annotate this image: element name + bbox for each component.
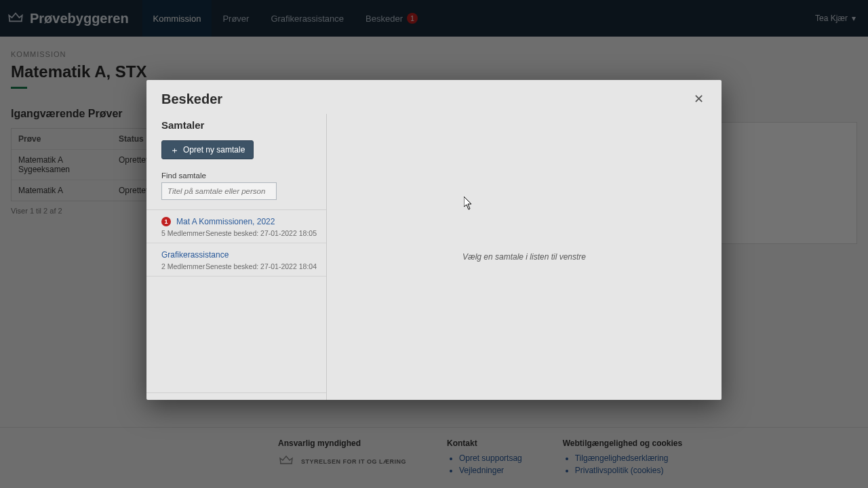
conversation-sidebar: Samtaler ＋ Opret ny samtale Find samtale… bbox=[146, 114, 327, 400]
button-label: Opret ny samtale bbox=[183, 145, 245, 155]
divider bbox=[146, 392, 326, 393]
modal-overlay[interactable]: Beskeder ✕ Samtaler ＋ Opret ny samtale F… bbox=[0, 0, 868, 488]
conversation-item[interactable]: Grafikerassistance 2 Medlemmer Seneste b… bbox=[146, 243, 326, 277]
conversation-main: Vælg en samtale i listen til venstre bbox=[327, 114, 722, 400]
find-label: Find samtale bbox=[161, 171, 317, 180]
beskeder-modal: Beskeder ✕ Samtaler ＋ Opret ny samtale F… bbox=[146, 80, 722, 400]
unread-badge: 1 bbox=[161, 217, 171, 226]
plus-icon: ＋ bbox=[170, 146, 179, 155]
conversation-title: Grafikerassistance bbox=[161, 250, 229, 260]
conversation-members: 5 Medlemmer bbox=[161, 229, 205, 237]
conversation-members: 2 Medlemmer bbox=[161, 262, 205, 270]
conversation-title: Mat A Kommissionen, 2022 bbox=[176, 217, 275, 226]
modal-body: Samtaler ＋ Opret ny samtale Find samtale… bbox=[146, 114, 722, 400]
sidebar-heading: Samtaler bbox=[161, 119, 317, 131]
conversation-item[interactable]: 1 Mat A Kommissionen, 2022 5 Medlemmer S… bbox=[146, 210, 326, 243]
conversation-latest: Seneste besked: 27-01-2022 18:05 bbox=[205, 229, 317, 237]
empty-state-text: Vælg en samtale i listen til venstre bbox=[462, 252, 586, 262]
new-conversation-button[interactable]: ＋ Opret ny samtale bbox=[161, 140, 254, 159]
find-conversation-input[interactable] bbox=[161, 182, 277, 200]
close-button[interactable]: ✕ bbox=[690, 91, 707, 107]
close-icon: ✕ bbox=[694, 92, 704, 106]
modal-header: Beskeder ✕ bbox=[146, 80, 722, 114]
modal-title: Beskeder bbox=[161, 92, 690, 107]
conversation-latest: Seneste besked: 27-01-2022 18:04 bbox=[205, 262, 317, 270]
